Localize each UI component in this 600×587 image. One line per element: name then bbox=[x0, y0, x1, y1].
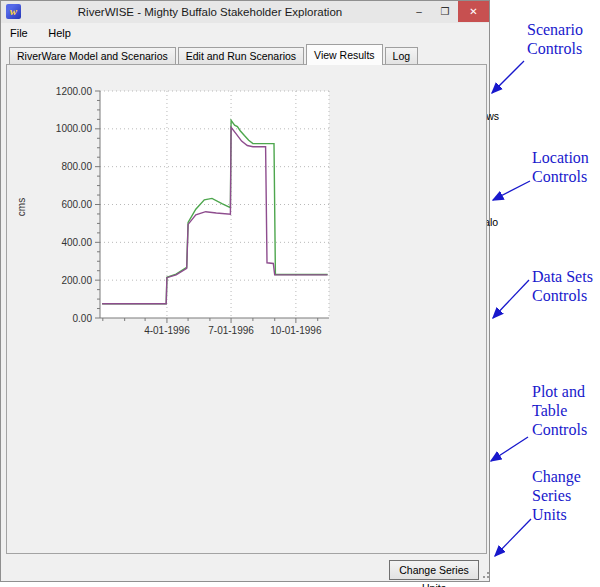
tab-bar: RiverWare Model and ScenariosEdit and Ru… bbox=[9, 45, 420, 65]
app-window: w RiverWISE - Mighty Buffalo Stakeholder… bbox=[0, 0, 490, 582]
annotation-location-controls: LocationControls bbox=[532, 148, 589, 186]
minimize-button[interactable]: – bbox=[406, 1, 432, 22]
annotation-plot-and-table-controls: Plot andTableControls bbox=[532, 382, 587, 439]
app-icon: w bbox=[6, 4, 21, 19]
annotation-line: Controls bbox=[532, 167, 589, 186]
screenshot-stage: w RiverWISE - Mighty Buffalo Stakeholder… bbox=[0, 0, 600, 587]
annotation-line: Change bbox=[532, 467, 581, 486]
maximize-button[interactable]: ❐ bbox=[432, 1, 458, 22]
annotation-line: Plot and bbox=[532, 382, 587, 401]
annotation-line: Series bbox=[532, 486, 581, 505]
tab-edit-and-run-scenarios[interactable]: Edit and Run Scenarios bbox=[178, 47, 304, 65]
menu-bar: File Help bbox=[2, 23, 489, 42]
annotation-line: Controls bbox=[532, 420, 587, 439]
tab-riverware-model-and-scenarios[interactable]: RiverWare Model and Scenarios bbox=[9, 47, 176, 65]
window-title: RiverWISE - Mighty Buffalo Stakeholder E… bbox=[31, 1, 389, 23]
annotation-line: Controls bbox=[532, 286, 593, 305]
tab-log[interactable]: Log bbox=[385, 47, 419, 65]
resize-grip[interactable] bbox=[480, 569, 489, 578]
title-bar[interactable]: w RiverWISE - Mighty Buffalo Stakeholder… bbox=[1, 1, 489, 23]
annotation-line: Units bbox=[532, 505, 581, 524]
annotation-data-sets-controls: Data SetsControls bbox=[532, 267, 593, 305]
menu-help[interactable]: Help bbox=[40, 25, 79, 41]
change-series-units-button[interactable]: Change Series Units bbox=[389, 560, 479, 580]
annotation-line: Scenario bbox=[527, 20, 583, 39]
annotation-line: Table bbox=[532, 401, 587, 420]
annotation-scenario-controls: ScenarioControls bbox=[527, 20, 583, 58]
close-button[interactable]: ✕ bbox=[458, 1, 489, 22]
annotation-line: Location bbox=[532, 148, 589, 167]
menu-file[interactable]: File bbox=[2, 25, 36, 41]
annotation-line: Data Sets bbox=[532, 267, 593, 286]
tab-page bbox=[6, 64, 487, 554]
tab-view-results[interactable]: View Results bbox=[306, 44, 383, 65]
annotation-line: Controls bbox=[527, 39, 583, 58]
annotation-change-series-units: ChangeSeriesUnits bbox=[532, 467, 581, 524]
